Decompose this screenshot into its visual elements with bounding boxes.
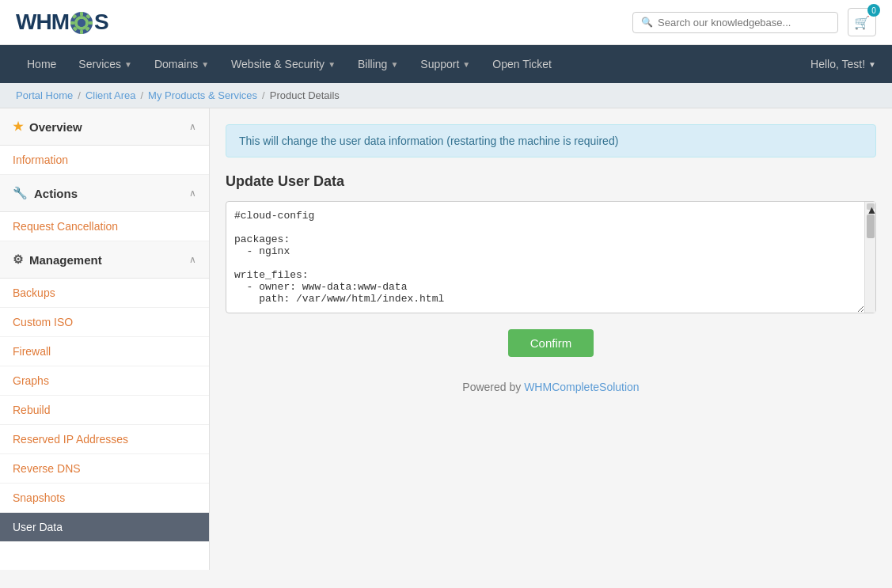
reverse-dns-link[interactable]: Reverse DNS <box>13 462 81 475</box>
actions-label: Actions <box>34 187 78 200</box>
sidebar-item-rebuild[interactable]: Rebuild <box>0 396 209 425</box>
sidebar-actions-header[interactable]: 🔧 Actions ∧ <box>0 175 209 212</box>
logo-gear-icon <box>70 11 93 35</box>
nav-support-label: Support <box>420 58 459 70</box>
wrench-icon: 🔧 <box>13 186 28 200</box>
cart-icon: 🛒 <box>854 15 870 30</box>
user-greeting-text: Hello, Test! <box>810 58 865 70</box>
alert-info: This will change the user data informati… <box>226 124 876 157</box>
svg-rect-4 <box>70 21 74 25</box>
logo-text-end: S <box>94 9 108 34</box>
user-greeting-area[interactable]: Hello, Test! ▼ <box>810 45 876 83</box>
information-link[interactable]: Information <box>13 154 68 166</box>
sidebar-item-user-data[interactable]: User Data <box>0 513 209 542</box>
top-bar: WHM S <box>0 0 892 45</box>
overview-label: Overview <box>29 120 82 134</box>
nav-bar: Home Services ▼ Domains ▼ Website & Secu… <box>0 45 892 83</box>
sidebar: ★ Overview ∧ Information 🔧 Actions ∧ Req… <box>0 108 210 570</box>
sidebar-item-graphs[interactable]: Graphs <box>0 366 209 396</box>
billing-caret-icon: ▼ <box>390 60 398 69</box>
nav-open-ticket-label: Open Ticket <box>492 58 552 70</box>
actions-collapse-icon: ∧ <box>189 188 196 199</box>
nav-website-security-label: Website & Security <box>231 58 325 70</box>
sidebar-item-snapshots[interactable]: Snapshots <box>0 484 209 513</box>
content-area: This will change the user data informati… <box>210 108 892 570</box>
custom-iso-link[interactable]: Custom ISO <box>13 316 73 328</box>
cart-button[interactable]: 🛒 0 <box>848 8 876 36</box>
user-data-link[interactable]: User Data <box>13 521 63 533</box>
nav-links: Home Services ▼ Domains ▼ Website & Secu… <box>16 45 563 83</box>
snapshots-link[interactable]: Snapshots <box>13 491 65 504</box>
nav-item-billing[interactable]: Billing ▼ <box>347 45 409 83</box>
svg-rect-2 <box>80 12 83 16</box>
sidebar-management-header[interactable]: ⚙ Management ∧ <box>0 241 209 279</box>
confirm-button-wrapper: Confirm <box>226 329 876 357</box>
nav-billing-label: Billing <box>358 58 387 70</box>
update-user-data-title: Update User Data <box>226 173 876 190</box>
breadcrumb-my-products[interactable]: My Products & Services <box>148 89 257 101</box>
nav-item-services[interactable]: Services ▼ <box>67 45 143 83</box>
breadcrumb-sep-2: / <box>140 89 143 101</box>
sidebar-item-information[interactable]: Information <box>0 146 209 175</box>
scroll-arrow-up: ▲ <box>867 203 875 210</box>
domains-caret-icon: ▼ <box>201 60 209 69</box>
powered-by-text: Powered by <box>462 381 524 393</box>
breadcrumb-sep-1: / <box>78 89 81 101</box>
nav-services-label: Services <box>78 58 121 70</box>
nav-item-domains[interactable]: Domains ▼ <box>143 45 220 83</box>
sidebar-item-firewall[interactable]: Firewall <box>0 337 209 366</box>
logo-text: WHM S <box>16 9 108 36</box>
breadcrumb-sep-3: / <box>262 89 265 101</box>
sidebar-item-request-cancellation[interactable]: Request Cancellation <box>0 212 209 241</box>
overview-collapse-icon: ∧ <box>189 121 196 132</box>
website-security-caret-icon: ▼ <box>328 60 336 69</box>
breadcrumb: Portal Home / Client Area / My Products … <box>0 83 892 108</box>
nav-item-support[interactable]: Support ▼ <box>409 45 481 83</box>
rebuild-link[interactable]: Rebuild <box>13 404 50 416</box>
powered-by: Powered by WHMCompleteSolution <box>226 381 876 393</box>
user-data-textarea[interactable]: #cloud-config packages: - nginx write_fi… <box>226 202 864 313</box>
powered-by-link[interactable]: WHMCompleteSolution <box>524 381 640 393</box>
reserved-ip-link[interactable]: Reserved IP Addresses <box>13 433 128 446</box>
alert-text: This will change the user data informati… <box>239 135 618 147</box>
scroll-thumb <box>867 214 875 238</box>
star-icon: ★ <box>13 119 23 134</box>
nav-item-website-security[interactable]: Website & Security ▼ <box>220 45 347 83</box>
management-collapse-icon: ∧ <box>189 254 196 265</box>
nav-item-home[interactable]: Home <box>16 45 67 83</box>
management-label: Management <box>29 253 102 267</box>
breadcrumb-product-details: Product Details <box>270 89 340 101</box>
sidebar-management-title: ⚙ Management <box>13 252 102 267</box>
confirm-button[interactable]: Confirm <box>508 329 594 357</box>
search-icon: 🔍 <box>641 17 653 28</box>
sidebar-item-reverse-dns[interactable]: Reverse DNS <box>0 454 209 484</box>
management-icon: ⚙ <box>13 252 23 267</box>
svg-point-10 <box>78 19 85 27</box>
svg-rect-3 <box>80 30 83 34</box>
scrollbar[interactable]: ▲ <box>864 202 875 313</box>
nav-item-open-ticket[interactable]: Open Ticket <box>481 45 563 83</box>
backups-link[interactable]: Backups <box>13 286 55 299</box>
sidebar-overview-title: ★ Overview <box>13 119 82 134</box>
top-right-bar: 🔍 🛒 0 <box>632 8 876 36</box>
search-bar[interactable]: 🔍 <box>632 12 838 33</box>
sidebar-item-reserved-ip[interactable]: Reserved IP Addresses <box>0 425 209 454</box>
nav-domains-label: Domains <box>154 58 198 70</box>
user-caret-icon: ▼ <box>868 60 876 69</box>
svg-rect-5 <box>89 21 93 25</box>
graphs-link[interactable]: Graphs <box>13 374 49 387</box>
sidebar-item-custom-iso[interactable]: Custom ISO <box>0 308 209 337</box>
logo: WHM S <box>16 9 108 36</box>
breadcrumb-portal-home[interactable]: Portal Home <box>16 89 73 101</box>
nav-home-label: Home <box>27 58 56 70</box>
sidebar-overview-header[interactable]: ★ Overview ∧ <box>0 108 209 146</box>
request-cancellation-link[interactable]: Request Cancellation <box>13 220 118 233</box>
support-caret-icon: ▼ <box>462 60 470 69</box>
sidebar-actions-title: 🔧 Actions <box>13 186 78 200</box>
main-layout: ★ Overview ∧ Information 🔧 Actions ∧ Req… <box>0 108 892 570</box>
firewall-link[interactable]: Firewall <box>13 345 51 358</box>
logo-whmcs: WHM <box>16 9 69 34</box>
search-input[interactable] <box>658 17 829 28</box>
sidebar-item-backups[interactable]: Backups <box>0 279 209 308</box>
breadcrumb-client-area[interactable]: Client Area <box>85 89 136 101</box>
